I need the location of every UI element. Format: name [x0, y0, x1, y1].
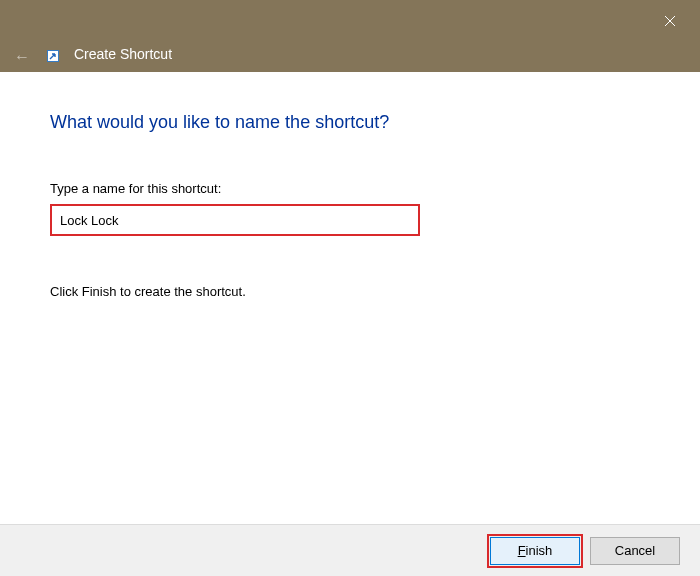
- page-heading: What would you like to name the shortcut…: [50, 112, 650, 133]
- back-arrow-icon: ←: [14, 48, 30, 66]
- finish-button[interactable]: Finish: [490, 537, 580, 565]
- shortcut-name-field-wrap: [50, 204, 420, 236]
- titlebar: ← Create Shortcut: [0, 0, 700, 72]
- content-area: What would you like to name the shortcut…: [0, 72, 700, 299]
- shortcut-icon: [47, 50, 59, 62]
- shortcut-name-input[interactable]: [60, 213, 410, 228]
- window-title: Create Shortcut: [74, 46, 172, 62]
- close-icon: [664, 15, 676, 27]
- finish-accelerator: F: [518, 543, 526, 558]
- finish-label-rest: inish: [526, 543, 553, 558]
- footer-bar: Finish Cancel: [0, 524, 700, 576]
- cancel-button[interactable]: Cancel: [590, 537, 680, 565]
- close-button[interactable]: [648, 6, 692, 36]
- instruction-text: Click Finish to create the shortcut.: [50, 284, 650, 299]
- input-label: Type a name for this shortcut:: [50, 181, 650, 196]
